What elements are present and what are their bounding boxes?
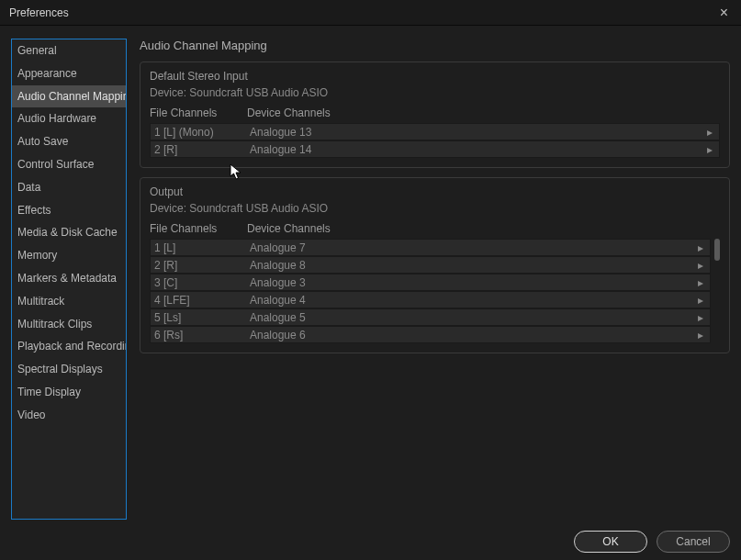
sidebar-item-time-display[interactable]: Time Display xyxy=(12,381,126,404)
file-channel: 5 [Ls] xyxy=(151,311,248,324)
device-channel: Analogue 14 xyxy=(248,143,704,156)
chevron-right-icon[interactable]: ▸ xyxy=(695,241,710,254)
title-bar: Preferences × xyxy=(0,0,741,26)
sidebar-item-spectral-displays[interactable]: Spectral Displays xyxy=(12,358,126,381)
channel-mapping-row[interactable]: 1 [L] (Mono)Analogue 13▸ xyxy=(150,123,720,140)
device-channel: Analogue 13 xyxy=(248,126,704,139)
chevron-right-icon[interactable]: ▸ xyxy=(695,329,710,342)
channel-mapping-row[interactable]: 2 [R]Analogue 14▸ xyxy=(150,140,720,158)
chevron-right-icon[interactable]: ▸ xyxy=(704,143,719,156)
file-channel: 6 [Rs] xyxy=(151,329,248,342)
close-icon[interactable]: × xyxy=(714,4,734,22)
file-channel: 3 [C] xyxy=(151,276,248,289)
file-channel: 2 [R] xyxy=(151,259,248,272)
sidebar-item-effects[interactable]: Effects xyxy=(12,199,126,222)
panel-title: Audio Channel Mapping xyxy=(140,39,730,52)
section-title: Default Stereo Input xyxy=(150,70,720,83)
window-title: Preferences xyxy=(9,6,69,19)
sidebar-item-data[interactable]: Data xyxy=(12,176,126,199)
dialog-footer: OK Cancel xyxy=(574,531,730,553)
sidebar-item-video[interactable]: Video xyxy=(12,404,126,427)
file-channel: 1 [L] (Mono) xyxy=(151,126,248,139)
device-channel: Analogue 3 xyxy=(248,276,695,289)
device-channel: Analogue 8 xyxy=(248,259,695,272)
chevron-right-icon[interactable]: ▸ xyxy=(695,259,710,272)
file-channels-header: File Channels xyxy=(150,106,247,119)
mapping-header: File Channels Device Channels xyxy=(150,105,720,123)
channel-mapping-row[interactable]: 2 [R]Analogue 8▸ xyxy=(150,256,711,274)
sidebar-item-appearance[interactable]: Appearance xyxy=(12,62,126,85)
ok-button[interactable]: OK xyxy=(574,531,647,553)
file-channel: 2 [R] xyxy=(151,143,248,156)
sidebar-item-multitrack-clips[interactable]: Multitrack Clips xyxy=(12,313,126,336)
sidebar-item-audio-hardware[interactable]: Audio Hardware xyxy=(12,107,126,130)
sidebar-item-media-disk-cache[interactable]: Media & Disk Cache xyxy=(12,221,126,244)
file-channel: 4 [LFE] xyxy=(151,294,248,307)
channel-mapping-row[interactable]: 1 [L]Analogue 7▸ xyxy=(150,239,711,256)
device-channels-header: Device Channels xyxy=(247,222,720,235)
device-channel: Analogue 4 xyxy=(248,294,695,307)
device-label: Device: Soundcraft USB Audio ASIO xyxy=(150,202,720,215)
device-label: Device: Soundcraft USB Audio ASIO xyxy=(150,86,720,99)
chevron-right-icon[interactable]: ▸ xyxy=(695,294,710,307)
file-channel: 1 [L] xyxy=(151,241,248,254)
sidebar-item-control-surface[interactable]: Control Surface xyxy=(12,153,126,176)
device-channel: Analogue 7 xyxy=(248,241,695,254)
sidebar-item-audio-channel-mapping[interactable]: Audio Channel Mapping xyxy=(12,85,126,108)
device-channel: Analogue 6 xyxy=(248,329,695,342)
sidebar-item-auto-save[interactable]: Auto Save xyxy=(12,130,126,153)
device-channel: Analogue 5 xyxy=(248,311,695,324)
device-channels-header: Device Channels xyxy=(247,106,720,119)
sidebar-item-markers-metadata[interactable]: Markers & Metadata xyxy=(12,267,126,290)
preferences-sidebar: GeneralAppearanceAudio Channel MappingAu… xyxy=(11,39,127,520)
main-panel: Audio Channel Mapping Default Stereo Inp… xyxy=(140,39,730,505)
chevron-right-icon[interactable]: ▸ xyxy=(704,126,719,139)
channel-mapping-row[interactable]: 5 [Ls]Analogue 5▸ xyxy=(150,308,711,326)
sidebar-item-playback-and-recording[interactable]: Playback and Recording xyxy=(12,335,126,358)
section-title: Output xyxy=(150,185,720,198)
channel-mapping-row[interactable]: 3 [C]Analogue 3▸ xyxy=(150,274,711,291)
scrollbar-thumb[interactable] xyxy=(714,239,720,261)
scrollbar[interactable] xyxy=(714,239,720,343)
output-section: Output Device: Soundcraft USB Audio ASIO… xyxy=(140,177,730,353)
file-channels-header: File Channels xyxy=(150,222,247,235)
default-stereo-input-section: Default Stereo Input Device: Soundcraft … xyxy=(140,62,730,168)
chevron-right-icon[interactable]: ▸ xyxy=(695,311,710,324)
body: GeneralAppearanceAudio Channel MappingAu… xyxy=(0,26,741,514)
sidebar-item-general[interactable]: General xyxy=(12,39,126,62)
chevron-right-icon[interactable]: ▸ xyxy=(695,276,710,289)
mapping-header: File Channels Device Channels xyxy=(150,220,720,239)
cancel-button[interactable]: Cancel xyxy=(657,531,730,553)
sidebar-item-multitrack[interactable]: Multitrack xyxy=(12,290,126,313)
channel-mapping-row[interactable]: 4 [LFE]Analogue 4▸ xyxy=(150,291,711,308)
sidebar-item-memory[interactable]: Memory xyxy=(12,244,126,267)
channel-mapping-row[interactable]: 6 [Rs]Analogue 6▸ xyxy=(150,326,711,343)
